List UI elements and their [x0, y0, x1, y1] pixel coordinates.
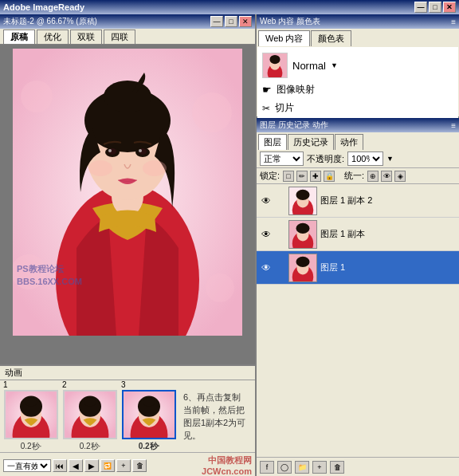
- frame-1-delay[interactable]: 0.2秒·: [21, 441, 42, 452]
- app-title: Adobe ImageReady: [3, 2, 84, 12]
- delete-layer-button[interactable]: 🗑: [330, 461, 344, 474]
- canvas-title-bar: 未标题-2 @ 66.67% (原稿) — □ ✕: [0, 14, 255, 29]
- prev-frame-button[interactable]: ◀: [69, 459, 83, 472]
- web-content-title: Web 内容 颜色表: [260, 16, 320, 27]
- unify-vis-icon[interactable]: 👁: [381, 171, 392, 182]
- layer-item-copy1[interactable]: 👁 图层 1 副本: [257, 218, 459, 251]
- frame-2-number: 2: [62, 380, 67, 389]
- layer-visibility-1[interactable]: 👁: [260, 262, 273, 274]
- new-layer-button[interactable]: +: [312, 461, 327, 474]
- lock-move-icon[interactable]: ✚: [310, 171, 321, 182]
- layer-thumb-copy2: [288, 187, 317, 215]
- animation-frame-1[interactable]: 1: [3, 380, 59, 452]
- minimize-button[interactable]: —: [414, 2, 427, 13]
- image-map-label: 图像映射: [277, 83, 315, 96]
- svg-point-15: [139, 149, 142, 152]
- unify-style-icon[interactable]: ◈: [394, 171, 406, 182]
- image-map-item[interactable]: ☛ 图像映射: [261, 81, 455, 99]
- svg-point-27: [84, 397, 96, 406]
- tab-history[interactable]: 历史记录: [288, 134, 334, 150]
- web-content-title-bar: Web 内容 颜色表 ≡: [257, 14, 459, 29]
- svg-point-1: [21, 81, 53, 112]
- web-normal-item: Normal ▼: [261, 50, 455, 81]
- layers-title-bar: 图层 历史记录 动作 ≡: [257, 118, 459, 132]
- first-frame-button[interactable]: ⏮: [53, 459, 67, 472]
- svg-point-22: [26, 397, 37, 406]
- svg-point-17: [143, 160, 167, 176]
- tab-layers[interactable]: 图层: [258, 134, 287, 150]
- maximize-button[interactable]: □: [429, 2, 441, 13]
- new-layer-set-button[interactable]: 📁: [295, 461, 309, 474]
- layers-title: 图层 历史记录 动作: [260, 120, 328, 131]
- frame-1-thumb: [4, 390, 58, 439]
- svg-point-36: [269, 55, 280, 64]
- frame-2-delay[interactable]: 0.2秒·: [80, 441, 101, 452]
- opacity-select[interactable]: 100%: [347, 151, 383, 166]
- tab-youhua[interactable]: 优化: [37, 30, 69, 44]
- lock-transparent-icon[interactable]: □: [283, 171, 294, 182]
- layers-tabs: 图层 历史记录 动作: [257, 132, 459, 150]
- layers-toolbar: 正常 不透明度: 100% ▼: [257, 150, 459, 168]
- play-button[interactable]: ▶: [84, 459, 99, 472]
- animation-frame-2[interactable]: 2: [62, 380, 118, 452]
- canvas-close[interactable]: ✕: [239, 16, 252, 27]
- add-mask-button[interactable]: ◯: [277, 461, 292, 474]
- frame-2-thumb: [63, 390, 117, 439]
- animation-frame-3[interactable]: 3: [121, 380, 177, 452]
- layer-visibility-copy1[interactable]: 👁: [260, 228, 273, 241]
- tab-yuangao[interactable]: 原稿: [3, 30, 35, 44]
- lock-icons: □ ✏ ✚ 🔒: [283, 171, 335, 182]
- window-controls[interactable]: — □ ✕: [414, 2, 456, 13]
- lock-paint-icon[interactable]: ✏: [296, 171, 308, 182]
- new-frame-button[interactable]: +: [116, 459, 131, 472]
- instruction-text: 6、再点击复制当前帧，然后把图层1副本2为可见。: [180, 387, 252, 445]
- svg-point-14: [108, 149, 112, 152]
- layers-list: 👁 图层 1 副本 2: [257, 184, 459, 457]
- canvas-title: 未标题-2 @ 66.67% (原稿): [3, 16, 97, 27]
- tab-silain[interactable]: 四联: [104, 30, 135, 44]
- left-panel: 未标题-2 @ 66.67% (原稿) — □ ✕ 原稿 优化 双联 四联: [0, 14, 255, 476]
- opacity-label: 不透明度:: [307, 153, 344, 165]
- tab-color-table[interactable]: 颜色表: [311, 30, 351, 46]
- svg-point-9: [104, 81, 151, 112]
- layer-item-copy2[interactable]: 👁 图层 1 副本 2: [257, 184, 459, 218]
- layer-visibility-copy2[interactable]: 👁: [260, 195, 273, 207]
- add-style-button[interactable]: f: [260, 461, 274, 474]
- blend-mode-select[interactable]: 正常: [260, 151, 304, 166]
- copy-frame-button[interactable]: 🔁: [100, 459, 115, 472]
- slice-label: 切片: [275, 101, 294, 115]
- layer-name-1: 图层 1: [320, 262, 456, 273]
- web-thumb: [262, 53, 288, 78]
- layer-link-copy1: [276, 228, 285, 241]
- opacity-dropdown-arrow[interactable]: ▼: [386, 155, 394, 163]
- close-button[interactable]: ✕: [443, 2, 456, 13]
- tab-shuanglian[interactable]: 双联: [70, 30, 102, 44]
- tab-actions[interactable]: 动作: [335, 134, 363, 150]
- frame-3-delay[interactable]: 0.2秒·: [139, 441, 160, 452]
- canvas-window-controls[interactable]: — □ ✕: [210, 16, 252, 27]
- svg-point-2: [192, 92, 232, 132]
- layer-thumb-1: [288, 254, 317, 282]
- lock-all-icon[interactable]: 🔒: [324, 171, 335, 182]
- layer-link-copy2: [276, 195, 285, 207]
- loop-select[interactable]: 一直有效·: [3, 459, 51, 472]
- layers-panel: 图层 历史记录 动作 ≡ 图层 历史记录 动作 正常 不透明度: 100%: [257, 118, 459, 476]
- layers-expand[interactable]: ≡: [451, 121, 456, 130]
- slice-item[interactable]: ✂ 切片: [261, 99, 455, 117]
- svg-point-16: [88, 160, 112, 176]
- svg-point-48: [296, 256, 310, 266]
- canvas-minimize[interactable]: —: [210, 16, 223, 27]
- frame-1-number: 1: [3, 380, 8, 389]
- unify-label: 统一:: [344, 170, 364, 182]
- web-content-expand[interactable]: ≡: [451, 18, 456, 26]
- layer-item-1[interactable]: 👁 图层 1: [257, 251, 459, 285]
- normal-dropdown-arrow[interactable]: ▼: [331, 61, 338, 69]
- unify-pos-icon[interactable]: ⊕: [367, 171, 379, 182]
- svg-point-44: [296, 222, 310, 233]
- canvas-area: PS教程论坛BBS.16XX.COM: [0, 45, 255, 364]
- canvas-watermark: PS教程论坛BBS.16XX.COM: [17, 262, 82, 288]
- svg-point-3: [206, 273, 234, 302]
- tab-web-content[interactable]: Web 内容: [258, 30, 310, 46]
- canvas-maximize[interactable]: □: [225, 16, 237, 27]
- delete-frame-button[interactable]: 🗑: [132, 459, 147, 472]
